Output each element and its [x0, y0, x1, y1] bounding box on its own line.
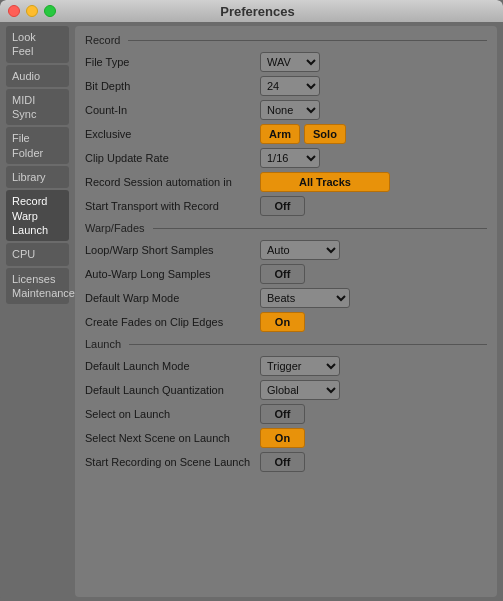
- preferences-window: Preferences LookFeel Audio MIDISync File…: [0, 0, 503, 601]
- default-launch-quant-select[interactable]: Global None 8 Bars 4 Bars 2 Bars 1 Bar 1…: [260, 380, 340, 400]
- auto-warp-button[interactable]: Off: [260, 264, 305, 284]
- warp-section-header: Warp/Fades: [85, 222, 487, 234]
- loop-warp-select[interactable]: Auto On Off: [260, 240, 340, 260]
- file-type-row: File Type WAV AIFF MP3: [85, 52, 487, 72]
- clip-update-row: Clip Update Rate 1/16 1/8 1/4: [85, 148, 487, 168]
- clip-update-label: Clip Update Rate: [85, 152, 260, 164]
- start-transport-control: Off: [260, 196, 305, 216]
- default-warp-row: Default Warp Mode Beats Tones Texture Re…: [85, 288, 487, 308]
- default-launch-mode-row: Default Launch Mode Trigger Gate Toggle …: [85, 356, 487, 376]
- clip-update-control: 1/16 1/8 1/4: [260, 148, 320, 168]
- start-recording-scene-label: Start Recording on Scene Launch: [85, 456, 260, 468]
- count-in-label: Count-In: [85, 104, 260, 116]
- count-in-select[interactable]: None 1 Bar 2 Bars: [260, 100, 320, 120]
- record-section-header: Record: [85, 34, 487, 46]
- start-transport-button[interactable]: Off: [260, 196, 305, 216]
- auto-warp-control: Off: [260, 264, 305, 284]
- file-type-label: File Type: [85, 56, 260, 68]
- default-launch-mode-select[interactable]: Trigger Gate Toggle Repeat: [260, 356, 340, 376]
- sidebar-item-audio[interactable]: Audio: [6, 65, 69, 87]
- content-panel: Record File Type WAV AIFF MP3 Bit Depth …: [75, 26, 497, 597]
- bit-depth-row: Bit Depth 16 24 32: [85, 76, 487, 96]
- bit-depth-label: Bit Depth: [85, 80, 260, 92]
- launch-section-header: Launch: [85, 338, 487, 350]
- select-on-launch-control: Off: [260, 404, 305, 424]
- arm-button[interactable]: Arm: [260, 124, 300, 144]
- loop-warp-row: Loop/Warp Short Samples Auto On Off: [85, 240, 487, 260]
- sidebar: LookFeel Audio MIDISync FileFolder Libra…: [0, 22, 75, 601]
- title-bar: Preferences: [0, 0, 503, 22]
- default-launch-mode-control: Trigger Gate Toggle Repeat: [260, 356, 340, 376]
- select-next-scene-control: On: [260, 428, 305, 448]
- close-button[interactable]: [8, 5, 20, 17]
- sidebar-item-record[interactable]: RecordWarpLaunch: [6, 190, 69, 241]
- select-on-launch-button[interactable]: Off: [260, 404, 305, 424]
- start-transport-label: Start Transport with Record: [85, 200, 260, 212]
- clip-update-select[interactable]: 1/16 1/8 1/4: [260, 148, 320, 168]
- sidebar-item-licenses[interactable]: LicensesMaintenance: [6, 268, 69, 305]
- sidebar-item-cpu[interactable]: CPU: [6, 243, 69, 265]
- select-next-scene-button[interactable]: On: [260, 428, 305, 448]
- bit-depth-control: 16 24 32: [260, 76, 320, 96]
- loop-warp-label: Loop/Warp Short Samples: [85, 244, 260, 256]
- all-tracks-button[interactable]: All Tracks: [260, 172, 390, 192]
- exclusive-row: Exclusive Arm Solo: [85, 124, 487, 144]
- default-launch-quant-row: Default Launch Quantization Global None …: [85, 380, 487, 400]
- select-on-launch-label: Select on Launch: [85, 408, 260, 420]
- sidebar-item-look[interactable]: LookFeel: [6, 26, 69, 63]
- session-automation-control: All Tracks: [260, 172, 390, 192]
- start-recording-scene-row: Start Recording on Scene Launch Off: [85, 452, 487, 472]
- main-content: LookFeel Audio MIDISync FileFolder Libra…: [0, 22, 503, 601]
- fades-control: On: [260, 312, 305, 332]
- session-automation-label: Record Session automation in: [85, 176, 260, 188]
- solo-button[interactable]: Solo: [304, 124, 346, 144]
- sidebar-item-file[interactable]: FileFolder: [6, 127, 69, 164]
- default-warp-control: Beats Tones Texture Re-Pitch Complex Com…: [260, 288, 350, 308]
- file-type-control: WAV AIFF MP3: [260, 52, 320, 72]
- fades-label: Create Fades on Clip Edges: [85, 316, 260, 328]
- file-type-select[interactable]: WAV AIFF MP3: [260, 52, 320, 72]
- default-warp-label: Default Warp Mode: [85, 292, 260, 304]
- fades-button[interactable]: On: [260, 312, 305, 332]
- session-automation-row: Record Session automation in All Tracks: [85, 172, 487, 192]
- auto-warp-label: Auto-Warp Long Samples: [85, 268, 260, 280]
- auto-warp-row: Auto-Warp Long Samples Off: [85, 264, 487, 284]
- default-launch-quant-label: Default Launch Quantization: [85, 384, 260, 396]
- select-next-scene-row: Select Next Scene on Launch On: [85, 428, 487, 448]
- start-transport-row: Start Transport with Record Off: [85, 196, 487, 216]
- count-in-control: None 1 Bar 2 Bars: [260, 100, 320, 120]
- sidebar-item-midi[interactable]: MIDISync: [6, 89, 69, 126]
- exclusive-control: Arm Solo: [260, 124, 346, 144]
- fades-row: Create Fades on Clip Edges On: [85, 312, 487, 332]
- start-recording-scene-control: Off: [260, 452, 305, 472]
- default-warp-select[interactable]: Beats Tones Texture Re-Pitch Complex Com…: [260, 288, 350, 308]
- default-launch-mode-label: Default Launch Mode: [85, 360, 260, 372]
- start-recording-scene-button[interactable]: Off: [260, 452, 305, 472]
- default-launch-quant-control: Global None 8 Bars 4 Bars 2 Bars 1 Bar 1…: [260, 380, 340, 400]
- bit-depth-select[interactable]: 16 24 32: [260, 76, 320, 96]
- count-in-row: Count-In None 1 Bar 2 Bars: [85, 100, 487, 120]
- exclusive-label: Exclusive: [85, 128, 260, 140]
- select-next-scene-label: Select Next Scene on Launch: [85, 432, 260, 444]
- sidebar-item-library[interactable]: Library: [6, 166, 69, 188]
- loop-warp-control: Auto On Off: [260, 240, 340, 260]
- window-title: Preferences: [20, 4, 495, 19]
- select-on-launch-row: Select on Launch Off: [85, 404, 487, 424]
